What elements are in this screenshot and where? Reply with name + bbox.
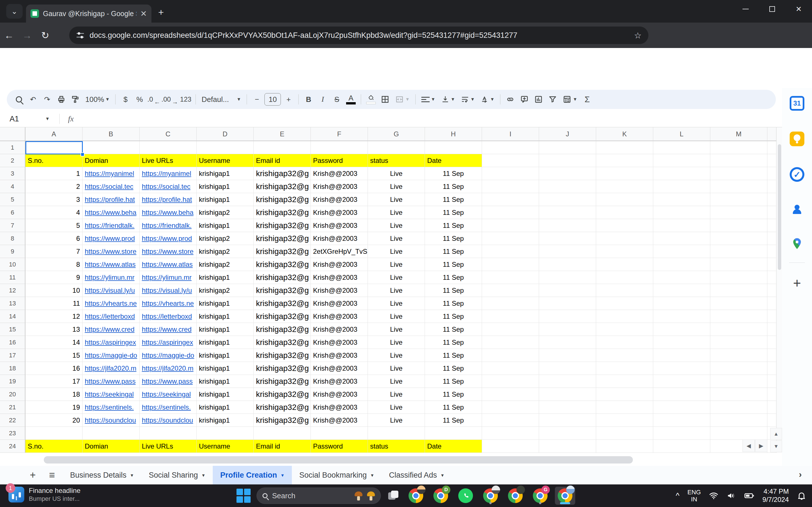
cell-F22[interactable]: Krish@@2003 <box>311 414 368 427</box>
sheet-tab-dropdown-icon[interactable]: ▼ <box>201 473 206 477</box>
cell-A15[interactable]: 13 <box>26 323 83 336</box>
cell-G13[interactable]: Live <box>368 297 425 310</box>
cell-I14[interactable] <box>482 310 539 323</box>
volume-icon[interactable] <box>726 491 736 501</box>
create-filter-icon[interactable] <box>546 93 559 106</box>
row-header-21[interactable]: 21 <box>0 401 26 414</box>
cell-I3[interactable] <box>482 167 539 180</box>
cell-G2[interactable]: status <box>368 154 425 167</box>
cell-C5[interactable]: https://profile.hat <box>140 193 197 206</box>
cell-M4[interactable] <box>710 180 767 193</box>
chrome-profile-d-icon[interactable]: D <box>430 487 451 505</box>
cell-E20[interactable]: krishigap32@g <box>254 388 311 401</box>
sheet-tab-social-sharing[interactable]: Social Sharing▼ <box>141 466 213 485</box>
cell-G8[interactable]: Live <box>368 232 425 245</box>
text-rotation-icon[interactable]: ▼ <box>478 93 497 106</box>
sheet-tab-classified-ads[interactable]: Classified Ads▼ <box>382 466 452 485</box>
row-header-16[interactable]: 16 <box>0 336 26 349</box>
cell-partial-1[interactable] <box>767 141 776 154</box>
cell-A17[interactable]: 15 <box>26 349 83 362</box>
cell-A22[interactable]: 20 <box>26 414 83 427</box>
tray-chevron-icon[interactable]: ^ <box>676 491 679 500</box>
row-header-14[interactable]: 14 <box>0 310 26 323</box>
cell-E15[interactable]: krishigap32@g <box>254 323 311 336</box>
cell-J20[interactable] <box>539 388 596 401</box>
cell-B19[interactable]: https://www.pass <box>83 375 140 388</box>
cell-B16[interactable]: https://aspiringex <box>83 336 140 349</box>
row-header-13[interactable]: 13 <box>0 297 26 310</box>
cell-L9[interactable] <box>653 245 710 258</box>
name-box-dropdown-icon[interactable]: ▼ <box>45 116 50 121</box>
cell-partial-7[interactable] <box>767 219 776 232</box>
scroll-down-button[interactable]: ▼ <box>770 440 782 452</box>
cell-A1[interactable] <box>26 141 83 154</box>
font-select[interactable]: Defaul...▼ <box>199 93 243 106</box>
task-view-icon[interactable] <box>387 489 400 503</box>
cell-L10[interactable] <box>653 258 710 271</box>
chrome-profile-2-icon[interactable] <box>480 487 501 505</box>
row-header-15[interactable]: 15 <box>0 323 26 336</box>
cell-L19[interactable] <box>653 375 710 388</box>
cell-E22[interactable]: krishigap32@g <box>254 414 311 427</box>
cell-C17[interactable]: https://maggie-do <box>140 349 197 362</box>
cell-M9[interactable] <box>710 245 767 258</box>
bold-icon[interactable]: B <box>302 93 315 106</box>
format-percent-icon[interactable]: % <box>133 93 146 106</box>
cell-I20[interactable] <box>482 388 539 401</box>
cell-M7[interactable] <box>710 219 767 232</box>
cell-partial-10[interactable] <box>767 258 776 271</box>
cell-K11[interactable] <box>596 271 653 284</box>
add-sheet-icon[interactable]: + <box>24 469 41 481</box>
cell-C16[interactable]: https://aspiringex <box>140 336 197 349</box>
cell-E14[interactable]: krishigap32@g <box>254 310 311 323</box>
cell-K21[interactable] <box>596 401 653 414</box>
cell-K18[interactable] <box>596 362 653 375</box>
select-all-corner[interactable] <box>0 127 26 141</box>
cell-M8[interactable] <box>710 232 767 245</box>
search-menus-icon[interactable] <box>12 93 26 106</box>
cell-F20[interactable]: Krish@@2003 <box>311 388 368 401</box>
column-header-I[interactable]: I <box>482 127 539 141</box>
insert-chart-icon[interactable] <box>532 93 545 106</box>
cell-L18[interactable] <box>653 362 710 375</box>
row-header-19[interactable]: 19 <box>0 375 26 388</box>
cell-I11[interactable] <box>482 271 539 284</box>
cell-C2[interactable]: Live URLs <box>140 154 197 167</box>
fill-handle[interactable] <box>81 153 85 156</box>
cell-M19[interactable] <box>710 375 767 388</box>
name-box[interactable]: A1 <box>0 115 45 123</box>
scroll-up-button[interactable]: ▲ <box>770 428 782 440</box>
maximize-button[interactable] <box>759 0 785 18</box>
cell-I9[interactable] <box>482 245 539 258</box>
cell-M5[interactable] <box>710 193 767 206</box>
cell-I18[interactable] <box>482 362 539 375</box>
cell-M21[interactable] <box>710 401 767 414</box>
cell-A24[interactable]: S.no. <box>26 440 83 453</box>
cell-B12[interactable]: https://visual.ly/u <box>83 284 140 297</box>
sheet-tab-profile-creation[interactable]: Profile Creation▼ <box>213 466 292 485</box>
insert-comment-icon[interactable] <box>518 93 531 106</box>
row-header-10[interactable]: 10 <box>0 258 26 271</box>
cell-A5[interactable]: 3 <box>26 193 83 206</box>
fill-color-icon[interactable] <box>364 93 377 106</box>
cell-C11[interactable]: https://ylimun.mr <box>140 271 197 284</box>
cell-G17[interactable]: Live <box>368 349 425 362</box>
row-header-3[interactable]: 3 <box>0 167 26 180</box>
cell-K3[interactable] <box>596 167 653 180</box>
cell-C7[interactable]: https://friendtalk. <box>140 219 197 232</box>
decrease-font-size-button[interactable]: − <box>250 93 263 106</box>
new-tab-button[interactable]: + <box>158 7 164 18</box>
cell-D19[interactable]: krishigap1 <box>197 375 254 388</box>
row-header-12[interactable]: 12 <box>0 284 26 297</box>
cell-J2[interactable] <box>539 154 596 167</box>
cell-G21[interactable]: Live <box>368 401 425 414</box>
cell-K24[interactable] <box>596 440 653 453</box>
cell-K8[interactable] <box>596 232 653 245</box>
cell-F18[interactable]: Krish@@2003 <box>311 362 368 375</box>
cell-H23[interactable] <box>425 427 482 440</box>
cell-B1[interactable] <box>83 141 140 154</box>
whatsapp-icon[interactable] <box>455 487 476 505</box>
cell-E21[interactable]: krishigap32@g <box>254 401 311 414</box>
column-header-partial[interactable] <box>767 127 776 141</box>
cell-E23[interactable] <box>254 427 311 440</box>
